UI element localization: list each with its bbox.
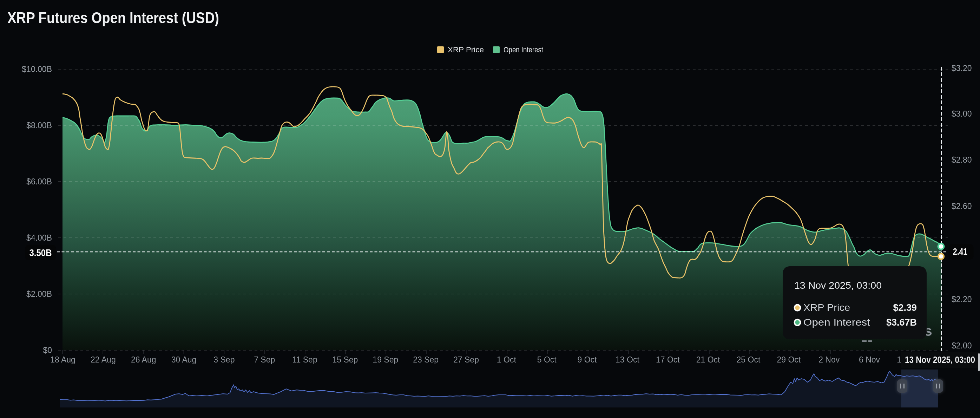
svg-text:18 Aug: 18 Aug (50, 355, 75, 364)
svg-text:13 Nov 2025, 03:00: 13 Nov 2025, 03:00 (905, 355, 975, 365)
svg-text:21 Oct: 21 Oct (696, 355, 720, 364)
svg-text:3 Sep: 3 Sep (213, 355, 235, 364)
svg-text:$2.39: $2.39 (893, 302, 917, 313)
svg-text:XRP Price: XRP Price (803, 302, 850, 313)
svg-text:$8.00B: $8.00B (26, 121, 52, 130)
svg-text:29 Oct: 29 Oct (777, 355, 800, 364)
svg-text:17 Oct: 17 Oct (656, 355, 680, 364)
svg-text:25 Oct: 25 Oct (737, 355, 760, 364)
svg-text:11 Sep: 11 Sep (292, 355, 317, 364)
svg-text:5 Oct: 5 Oct (537, 355, 557, 364)
svg-text:$2.20: $2.20 (951, 295, 972, 304)
svg-text:$2.80: $2.80 (951, 155, 972, 164)
svg-text:Open Interest: Open Interest (803, 317, 870, 328)
svg-text:2 Nov: 2 Nov (818, 355, 840, 364)
svg-text:$0: $0 (43, 346, 52, 355)
svg-text:$3.67B: $3.67B (886, 317, 917, 328)
svg-text:19 Sep: 19 Sep (372, 355, 398, 364)
svg-text:23 Sep: 23 Sep (413, 355, 439, 364)
svg-text:$2.00: $2.00 (951, 341, 972, 350)
svg-text:$6.00B: $6.00B (26, 177, 52, 186)
svg-text:6 Nov: 6 Nov (859, 355, 880, 364)
svg-text:XRP Futures Open Interest (USD: XRP Futures Open Interest (USD) (7, 9, 219, 26)
svg-text:30 Aug: 30 Aug (171, 355, 197, 364)
svg-text:2.41: 2.41 (953, 246, 967, 257)
svg-text:$4.00B: $4.00B (26, 233, 52, 243)
svg-text:Open Interest: Open Interest (504, 45, 543, 54)
svg-text:$3.20: $3.20 (951, 64, 972, 73)
svg-text:$3.00: $3.00 (951, 109, 972, 118)
svg-text:13 Nov 2025, 03:00: 13 Nov 2025, 03:00 (794, 280, 882, 291)
svg-text:$2.00B: $2.00B (26, 289, 52, 298)
svg-text:$10.00B: $10.00B (22, 65, 52, 74)
svg-text:3.50B: 3.50B (30, 247, 52, 258)
svg-text:26 Aug: 26 Aug (131, 355, 156, 364)
svg-text:27 Sep: 27 Sep (453, 355, 479, 364)
svg-text:22 Aug: 22 Aug (91, 355, 116, 364)
svg-text:9 Oct: 9 Oct (578, 355, 597, 364)
svg-text:XRP Price: XRP Price (448, 45, 484, 54)
svg-text:1 Oct: 1 Oct (497, 355, 517, 364)
svg-text:$2.60: $2.60 (951, 202, 972, 211)
svg-text:15 Sep: 15 Sep (332, 355, 358, 364)
svg-text:7 Sep: 7 Sep (254, 355, 275, 364)
svg-text:13 Oct: 13 Oct (616, 355, 640, 364)
